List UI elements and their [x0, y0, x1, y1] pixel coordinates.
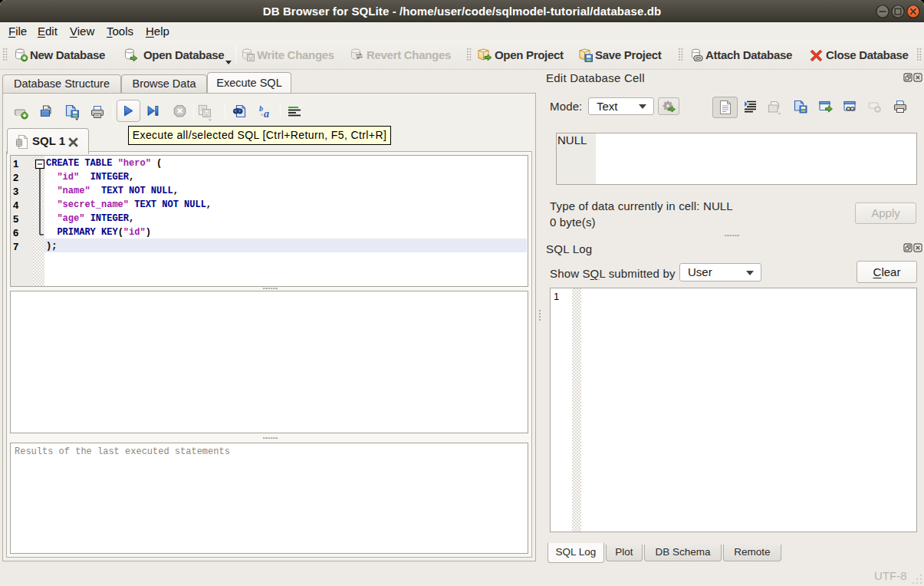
- svg-text:a: a: [264, 108, 269, 120]
- svg-text:b: b: [259, 104, 263, 113]
